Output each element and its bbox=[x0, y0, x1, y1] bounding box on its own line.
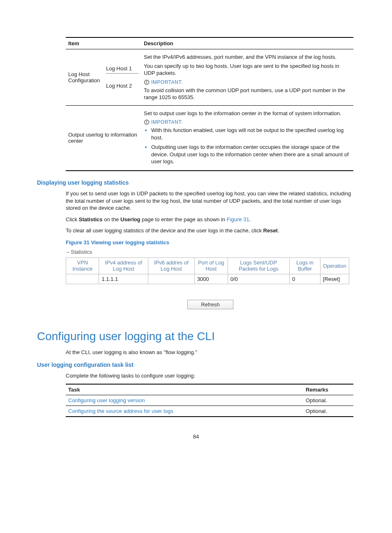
heading-display-stats: Displaying user logging statistics bbox=[37, 179, 355, 186]
text: . bbox=[278, 227, 279, 234]
bold-statistics: Statistics bbox=[79, 216, 103, 222]
important-icon bbox=[144, 119, 150, 125]
col-op: Operation bbox=[320, 257, 349, 274]
cell-vpn bbox=[66, 274, 99, 284]
cli-para-1: At the CLI, user logging is also known a… bbox=[66, 349, 355, 356]
statistics-table: VPN Instance IPv4 address of Log Host IP… bbox=[66, 257, 349, 284]
cell-buffer: 0 bbox=[289, 274, 320, 284]
cell-log-host-config: Log Host Configuration bbox=[66, 49, 104, 106]
svg-rect-2 bbox=[146, 83, 147, 83]
figure-caption: Figure 31 Viewing user logging statistic… bbox=[66, 239, 355, 246]
text: . bbox=[249, 216, 251, 222]
text: To clear all user logging statistics of … bbox=[66, 227, 263, 234]
stats-para-3: To clear all user logging statistics of … bbox=[66, 227, 355, 234]
bullet-item: Outputting user logs to the information … bbox=[151, 144, 351, 165]
cell-port: 3000 bbox=[194, 274, 228, 284]
log-host-2-label: Log Host 2 bbox=[106, 74, 139, 91]
cell-log-host-desc: Set the IPv4/IPv6 addresses, port number… bbox=[141, 49, 353, 106]
col-ipv6: IPv6 addres of Log Host bbox=[148, 257, 194, 274]
heading-task-list: User logging configuration task list bbox=[37, 362, 355, 368]
col-port: Port of Log Host bbox=[194, 257, 228, 274]
col-sent: Logs Sent/UDP Packets for Logs bbox=[228, 257, 289, 274]
table-row: Configuring user logging version Optiona… bbox=[66, 395, 353, 406]
table-row: 1.1.1.1 3000 0/0 0 [Reset] bbox=[66, 274, 349, 284]
cell-output-userlog: Output userlog to information center bbox=[66, 105, 141, 171]
link-task-source[interactable]: Configuring the source address for user … bbox=[68, 408, 173, 414]
heading-cli: Configuring user logging at the CLI bbox=[37, 330, 355, 343]
cell-ipv4: 1.1.1.1 bbox=[99, 274, 148, 284]
cell-host-list: Log Host 1 Log Host 2 bbox=[104, 49, 141, 106]
desc-para: You can specify up to two log hosts. Use… bbox=[144, 63, 351, 77]
cli-para-2: Complete the following tasks to configur… bbox=[66, 372, 355, 380]
task-table: Task Remarks Configuring user logging ve… bbox=[66, 384, 353, 417]
col-ipv4: IPv4 address of Log Host bbox=[99, 257, 148, 274]
desc-para: To avoid collision with the common UDP p… bbox=[144, 87, 351, 101]
important-note: IMPORTANT: bbox=[144, 119, 351, 125]
link-task-version[interactable]: Configuring user logging version bbox=[68, 397, 145, 403]
desc-para: Set the IPv4/IPv6 addresses, port number… bbox=[144, 53, 351, 61]
col-remarks: Remarks bbox=[303, 384, 353, 395]
important-note: IMPORTANT: bbox=[144, 79, 351, 85]
cell-remarks: Optional. bbox=[303, 395, 353, 406]
svg-rect-5 bbox=[146, 123, 147, 123]
col-item: Item bbox=[66, 37, 141, 49]
desc-para: Set to output user logs to the informati… bbox=[144, 110, 351, 117]
table-row: Configuring the source address for user … bbox=[66, 406, 353, 417]
cell-sent: 0/0 bbox=[228, 274, 289, 284]
cell-ipv6 bbox=[148, 274, 194, 284]
cell-output-desc: Set to output user logs to the informati… bbox=[141, 105, 353, 171]
important-icon bbox=[144, 79, 150, 85]
text: on the bbox=[103, 216, 120, 222]
col-buffer: Logs in Buffer bbox=[289, 257, 320, 274]
col-task: Task bbox=[66, 384, 303, 395]
bold-reset: Reset bbox=[263, 227, 278, 234]
svg-rect-4 bbox=[146, 121, 147, 123]
col-vpn: VPN Instance bbox=[66, 257, 99, 274]
important-label: IMPORTANT: bbox=[151, 119, 183, 125]
log-host-1-label: Log Host 1 bbox=[106, 64, 139, 74]
stats-para-2: Click Statistics on the Userlog page to … bbox=[66, 216, 355, 223]
page-number: 84 bbox=[37, 433, 355, 440]
refresh-button[interactable]: Refresh bbox=[187, 300, 233, 309]
text: page to enter the page as shown in bbox=[140, 216, 226, 222]
cell-remarks: Optional. bbox=[303, 406, 353, 417]
col-description: Description bbox=[141, 37, 353, 49]
stats-para-1: If you set to send user logs in UDP pack… bbox=[66, 190, 355, 212]
bold-userlog: Userlog bbox=[120, 216, 140, 222]
bullet-item: With this function enabled, user logs wi… bbox=[151, 127, 351, 141]
text: Click bbox=[66, 216, 79, 222]
description-table: Item Description Log Host Configuration … bbox=[66, 37, 353, 171]
link-figure-31[interactable]: Figure 31 bbox=[227, 216, 249, 222]
stats-table-title: Statistics bbox=[67, 249, 355, 255]
reset-link[interactable]: [Reset] bbox=[320, 274, 349, 284]
important-label: IMPORTANT: bbox=[151, 79, 183, 85]
svg-rect-1 bbox=[146, 81, 147, 82]
